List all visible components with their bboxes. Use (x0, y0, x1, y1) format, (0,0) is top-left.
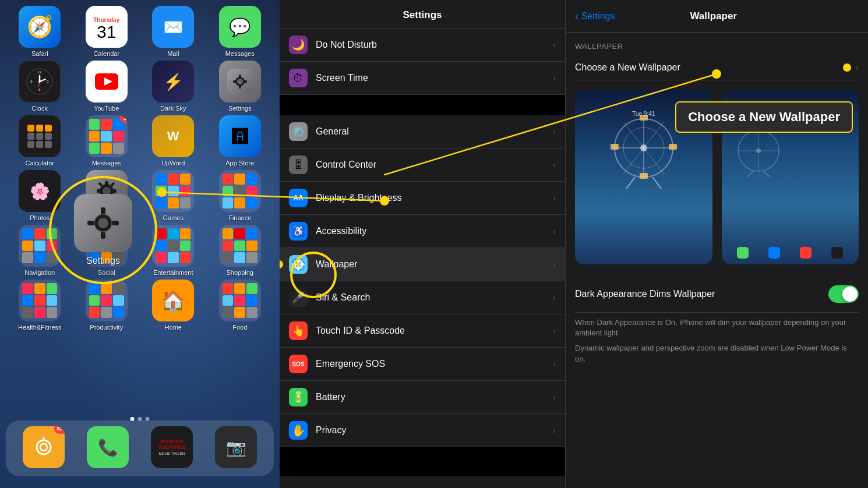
touch-id-icon: 👆 (289, 321, 308, 340)
app-appstore[interactable]: 🅰 App Store (209, 115, 272, 167)
svg-point-53 (297, 263, 300, 266)
settings-item-emergency-sos[interactable]: SOS Emergency SOS › (280, 348, 565, 381)
settings-panel: Settings 🌙 Do Not Disturb › ⏱ Screen Tim… (280, 0, 565, 488)
chevron-icon: › (553, 73, 556, 83)
app-social[interactable]: Social (75, 225, 139, 276)
settings-item-privacy[interactable]: ✋ Privacy › (280, 414, 565, 447)
display-brightness-icon: AA (289, 189, 308, 207)
chevron-icon: › (553, 293, 556, 302)
app-food[interactable]: Food (209, 280, 272, 331)
screen-time-icon: ⏱ (289, 69, 308, 87)
svg-rect-63 (669, 144, 677, 150)
chevron-icon: › (553, 193, 556, 203)
app-upword[interactable]: W UpWord (142, 115, 205, 167)
app-settings[interactable]: Settings (209, 61, 272, 112)
choose-new-tooltip: Choose a New Wallpaper (675, 101, 853, 133)
app-messages-folder[interactable]: 1 Messages (75, 115, 139, 167)
battery-label: Battery (316, 392, 545, 402)
home-screen: 🧭 Safari Thursday 31 Calendar ✉️ Mail 💬 … (0, 0, 280, 488)
chevron-icon: › (553, 127, 556, 136)
privacy-label: Privacy (316, 425, 545, 436)
do-not-disturb-icon: 🌙 (289, 36, 308, 54)
settings-item-display-brightness[interactable]: AA Display & Brightness › (280, 182, 565, 215)
app-games[interactable]: Games (142, 170, 205, 221)
app-clock[interactable]: 12 3 6 9 Clock (8, 61, 72, 112)
wallpaper-back-button[interactable]: ‹ Settings (575, 9, 615, 23)
emergency-sos-label: Emergency SOS (316, 359, 545, 369)
svg-line-71 (747, 171, 754, 177)
app-youtube[interactable]: YouTube (75, 61, 139, 112)
siri-search-icon: 🎤 (289, 288, 308, 307)
chevron-icon: › (553, 359, 556, 369)
app-shopping[interactable]: Shopping (209, 225, 272, 276)
battery-icon: 🔋 (289, 388, 308, 406)
settings-item-screen-time[interactable]: ⏱ Screen Time › (280, 62, 565, 95)
app-calendar[interactable]: Thursday 31 Calendar (75, 6, 139, 57)
app-productivity[interactable]: Productivity (75, 280, 139, 331)
accessibility-icon: ♿ (289, 222, 308, 241)
dock-camera[interactable]: 📷 (215, 426, 257, 471)
wallpaper-label: Wallpaper (316, 259, 545, 270)
settings-header: Settings (280, 0, 565, 29)
screen-time-label: Screen Time (316, 73, 545, 83)
wallpaper-title: Wallpaper (615, 10, 812, 22)
chevron-icon: › (553, 227, 556, 236)
settings-item-siri-search[interactable]: 🎤 Siri & Search › (280, 281, 565, 314)
wallpaper-header: ‹ Settings Wallpaper (566, 0, 868, 33)
settings-title: Settings (289, 9, 556, 21)
settings-item-battery[interactable]: 🔋 Battery › (280, 381, 565, 414)
svg-rect-20 (239, 75, 241, 77)
accessibility-label: Accessibility (316, 226, 545, 236)
svg-line-72 (763, 171, 770, 177)
svg-line-66 (652, 177, 661, 189)
app-safari[interactable]: 🧭 Safari (8, 6, 72, 57)
app-home[interactable]: 🏠 Home (142, 280, 205, 331)
wallpaper-section-label: WALLPAPER (575, 42, 859, 51)
dark-appearance-toggle[interactable] (828, 285, 859, 303)
settings-item-general[interactable]: ⚙️ General › (280, 115, 565, 148)
svg-rect-61 (640, 173, 648, 179)
app-settings-main[interactable]: Settings (75, 170, 139, 221)
settings-item-accessibility[interactable]: ♿ Accessibility › (280, 215, 565, 248)
dock-marcus[interactable]: MARCUSTHEATRES MOVIE TAVERN (151, 426, 193, 471)
svg-point-14 (38, 80, 41, 83)
touch-id-label: Touch ID & Passcode (316, 326, 545, 336)
svg-rect-28 (97, 189, 101, 193)
wallpaper-preview-container: Tue 9:41 Calculator UpWord Reference Gam… (575, 90, 859, 264)
control-center-icon: 🎛 (289, 155, 308, 174)
settings-item-touch-id[interactable]: 👆 Touch ID & Passcode › (280, 314, 565, 348)
settings-item-wallpaper[interactable]: Wallpaper › (280, 248, 565, 281)
back-chevron-icon: ‹ (575, 9, 579, 23)
tooltip-text: Choose a New Wallpaper (688, 109, 840, 124)
settings-item-control-center[interactable]: 🎛 Control Center › (280, 148, 565, 182)
svg-point-25 (103, 187, 111, 195)
dark-appearance-description: When Dark Appearance is On, iPhone will … (575, 317, 859, 338)
app-mail[interactable]: ✉️ Mail (142, 6, 205, 57)
choose-new-wallpaper-row[interactable]: Choose a New Wallpaper › (575, 55, 859, 80)
wallpaper-icon (289, 255, 308, 274)
svg-rect-26 (105, 181, 108, 186)
app-darksky[interactable]: ⚡ Dark Sky (142, 61, 205, 112)
app-calculator[interactable]: Calculator (8, 115, 72, 167)
settings-item-do-not-disturb[interactable]: 🌙 Do Not Disturb › (280, 29, 565, 62)
dock-phone[interactable]: 📞 (87, 426, 129, 471)
choose-new-label: Choose a New Wallpaper (575, 62, 843, 73)
dark-appearance-label: Dark Appearance Dims Wallpaper (575, 289, 828, 299)
app-photos[interactable]: 🌸 Photos (8, 170, 72, 221)
wallpaper-panel: ‹ Settings Wallpaper WALLPAPER Choose a … (565, 0, 868, 488)
app-navigation[interactable]: Navigation (8, 225, 72, 276)
app-messages[interactable]: 💬 Messages (209, 6, 272, 57)
app-finance[interactable]: Finance (209, 170, 272, 221)
svg-text:12: 12 (38, 70, 42, 74)
siri-search-label: Siri & Search (316, 292, 545, 303)
app-entertainment[interactable]: Entertainment (142, 225, 205, 276)
svg-rect-62 (611, 144, 619, 150)
app-health[interactable]: Health&Fitness (8, 280, 72, 331)
svg-rect-23 (244, 80, 247, 83)
dock-overcast[interactable]: 321 (23, 426, 65, 471)
choose-new-chevron-icon: › (856, 63, 859, 72)
dock: 321 📞 MARCUSTHEATRES MOVIE TAVERN 📷 (6, 420, 274, 476)
chevron-icon: › (553, 426, 556, 435)
svg-rect-21 (239, 86, 241, 89)
back-label: Settings (581, 11, 615, 22)
